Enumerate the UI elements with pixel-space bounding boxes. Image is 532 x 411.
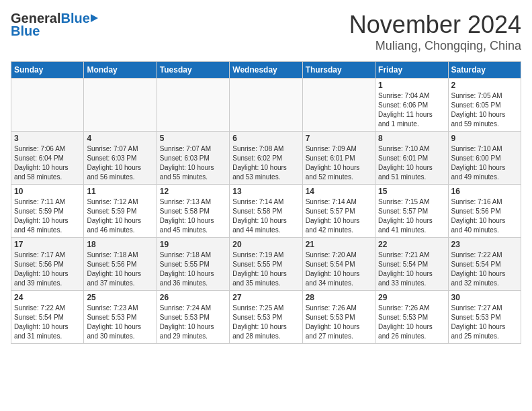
day-info-line: and 49 minutes. — [451, 173, 499, 181]
day-number: 12 — [160, 187, 226, 196]
day-info: Sunrise: 7:22 AMSunset: 5:54 PMDaylight:… — [14, 304, 81, 341]
day-info-line: Daylight: 10 hours — [160, 164, 214, 171]
day-info-line: Sunrise: 7:06 AM — [14, 145, 65, 152]
day-number: 4 — [87, 134, 153, 143]
page-header: General Blue Blue November 2024 Muliang,… — [11, 11, 521, 53]
day-info: Sunrise: 7:18 AMSunset: 5:55 PMDaylight:… — [160, 250, 226, 288]
calendar-week-row: 1Sunrise: 7:04 AMSunset: 6:06 PMDaylight… — [11, 79, 521, 132]
day-info: Sunrise: 7:10 AMSunset: 6:00 PMDaylight:… — [451, 144, 518, 182]
day-info-line: Sunrise: 7:14 AM — [306, 198, 357, 205]
day-info-line: Sunset: 6:03 PM — [87, 154, 136, 162]
day-info: Sunrise: 7:05 AMSunset: 6:05 PMDaylight:… — [451, 91, 518, 129]
calendar-cell: 27Sunrise: 7:25 AMSunset: 5:53 PMDayligh… — [230, 291, 302, 344]
day-info-line: Sunset: 5:57 PM — [378, 208, 428, 215]
day-info-line: Sunset: 5:53 PM — [378, 314, 428, 321]
day-info-line: Sunset: 5:53 PM — [87, 314, 136, 321]
calendar-title: November 2024 — [349, 11, 521, 39]
day-info-line: Sunrise: 7:16 AM — [451, 198, 502, 205]
day-info-line: Sunrise: 7:24 AM — [160, 304, 211, 312]
day-info-line: and 56 minutes. — [87, 173, 134, 181]
day-info: Sunrise: 7:22 AMSunset: 5:54 PMDaylight:… — [451, 250, 518, 288]
day-info-line: Daylight: 10 hours — [14, 164, 69, 171]
calendar-header-tuesday: Tuesday — [157, 62, 229, 79]
day-info-line: Sunrise: 7:25 AM — [232, 304, 283, 312]
calendar-table: SundayMondayTuesdayWednesdayThursdayFrid… — [11, 61, 521, 344]
title-block: November 2024 Muliang, Chongqing, China — [349, 11, 521, 53]
calendar-header-saturday: Saturday — [448, 62, 521, 79]
day-info: Sunrise: 7:15 AMSunset: 5:57 PMDaylight:… — [378, 197, 445, 235]
day-info: Sunrise: 7:18 AMSunset: 5:56 PMDaylight:… — [87, 250, 153, 288]
day-info-line: Sunrise: 7:19 AM — [232, 251, 283, 259]
day-info-line: Daylight: 10 hours — [87, 217, 141, 224]
day-info-line: Daylight: 10 hours — [378, 164, 433, 171]
day-info-line: Sunset: 5:56 PM — [87, 261, 136, 268]
day-info: Sunrise: 7:27 AMSunset: 5:53 PMDaylight:… — [451, 304, 518, 341]
calendar-cell: 9Sunrise: 7:10 AMSunset: 6:00 PMDaylight… — [448, 132, 521, 185]
day-info-line: Daylight: 11 hours — [378, 111, 433, 118]
day-number: 25 — [87, 293, 153, 302]
calendar-cell: 26Sunrise: 7:24 AMSunset: 5:53 PMDayligh… — [157, 291, 229, 344]
day-info-line: Daylight: 10 hours — [451, 111, 506, 118]
day-info-line: Sunrise: 7:10 AM — [378, 145, 429, 152]
day-info-line: and 28 minutes. — [232, 332, 280, 340]
calendar-cell: 28Sunrise: 7:26 AMSunset: 5:53 PMDayligh… — [302, 291, 375, 344]
calendar-cell: 20Sunrise: 7:19 AMSunset: 5:55 PMDayligh… — [230, 238, 302, 291]
day-info-line: and 34 minutes. — [306, 279, 353, 287]
calendar-cell: 2Sunrise: 7:05 AMSunset: 6:05 PMDaylight… — [448, 79, 521, 132]
calendar-cell: 21Sunrise: 7:20 AMSunset: 5:54 PMDayligh… — [302, 238, 375, 291]
day-info-line: and 45 minutes. — [160, 226, 208, 234]
day-info: Sunrise: 7:21 AMSunset: 5:54 PMDaylight:… — [378, 250, 445, 288]
calendar-cell: 14Sunrise: 7:14 AMSunset: 5:57 PMDayligh… — [302, 185, 375, 238]
day-info-line: and 58 minutes. — [14, 173, 62, 181]
day-number: 19 — [160, 240, 226, 249]
day-number: 18 — [87, 240, 153, 249]
calendar-cell — [84, 79, 157, 132]
day-info-line: Sunrise: 7:09 AM — [306, 145, 357, 152]
day-info: Sunrise: 7:20 AMSunset: 5:54 PMDaylight:… — [306, 250, 372, 288]
day-info-line: and 51 minutes. — [378, 173, 426, 181]
day-info-line: and 36 minutes. — [160, 279, 208, 287]
day-info-line: Sunset: 5:53 PM — [160, 314, 210, 321]
day-info-line: Sunset: 5:59 PM — [87, 208, 136, 215]
calendar-cell: 24Sunrise: 7:22 AMSunset: 5:54 PMDayligh… — [11, 291, 84, 344]
day-info-line: Sunset: 5:58 PM — [232, 208, 282, 215]
day-info-line: Sunrise: 7:21 AM — [378, 251, 429, 259]
day-info: Sunrise: 7:26 AMSunset: 5:53 PMDaylight:… — [306, 304, 372, 341]
day-info: Sunrise: 7:09 AMSunset: 6:01 PMDaylight:… — [306, 144, 372, 182]
calendar-header-friday: Friday — [375, 62, 448, 79]
day-info-line: Sunrise: 7:20 AM — [306, 251, 357, 259]
day-info-line: Sunset: 6:03 PM — [160, 154, 210, 162]
day-info-line: Sunset: 5:54 PM — [14, 314, 64, 321]
day-info-line: Sunset: 5:54 PM — [451, 261, 501, 268]
day-info: Sunrise: 7:23 AMSunset: 5:53 PMDaylight:… — [87, 304, 153, 341]
calendar-cell: 11Sunrise: 7:12 AMSunset: 5:59 PMDayligh… — [84, 185, 157, 238]
day-info-line: Sunset: 5:53 PM — [232, 314, 282, 321]
day-info: Sunrise: 7:13 AMSunset: 5:58 PMDaylight:… — [160, 197, 226, 235]
day-number: 3 — [14, 134, 81, 143]
day-info-line: Daylight: 10 hours — [87, 270, 141, 277]
day-info-line: Sunrise: 7:15 AM — [378, 198, 429, 205]
calendar-header-sunday: Sunday — [11, 62, 84, 79]
day-number: 13 — [232, 187, 299, 196]
day-info-line: Sunset: 6:01 PM — [378, 154, 428, 162]
day-number: 6 — [232, 134, 299, 143]
calendar-week-row: 10Sunrise: 7:11 AMSunset: 5:59 PMDayligh… — [11, 185, 521, 238]
calendar-subtitle: Muliang, Chongqing, China — [349, 39, 521, 53]
calendar-cell — [302, 79, 375, 132]
day-info-line: and 30 minutes. — [87, 332, 134, 340]
day-info: Sunrise: 7:17 AMSunset: 5:56 PMDaylight:… — [14, 250, 81, 288]
calendar-cell: 4Sunrise: 7:07 AMSunset: 6:03 PMDaylight… — [84, 132, 157, 185]
day-info-line: Daylight: 10 hours — [451, 323, 506, 330]
day-info-line: Sunrise: 7:17 AM — [14, 251, 65, 259]
day-info: Sunrise: 7:14 AMSunset: 5:57 PMDaylight:… — [306, 197, 372, 235]
day-info-line: Daylight: 10 hours — [306, 164, 360, 171]
day-info-line: Sunrise: 7:26 AM — [306, 304, 357, 312]
calendar-cell: 13Sunrise: 7:14 AMSunset: 5:58 PMDayligh… — [230, 185, 302, 238]
day-info-line: Sunset: 6:04 PM — [14, 154, 64, 162]
calendar-cell: 19Sunrise: 7:18 AMSunset: 5:55 PMDayligh… — [157, 238, 229, 291]
calendar-header-row: SundayMondayTuesdayWednesdayThursdayFrid… — [11, 62, 521, 79]
calendar-cell: 17Sunrise: 7:17 AMSunset: 5:56 PMDayligh… — [11, 238, 84, 291]
day-info-line: Daylight: 10 hours — [232, 217, 287, 224]
calendar-cell: 1Sunrise: 7:04 AMSunset: 6:06 PMDaylight… — [375, 79, 448, 132]
calendar-cell: 29Sunrise: 7:26 AMSunset: 5:53 PMDayligh… — [375, 291, 448, 344]
